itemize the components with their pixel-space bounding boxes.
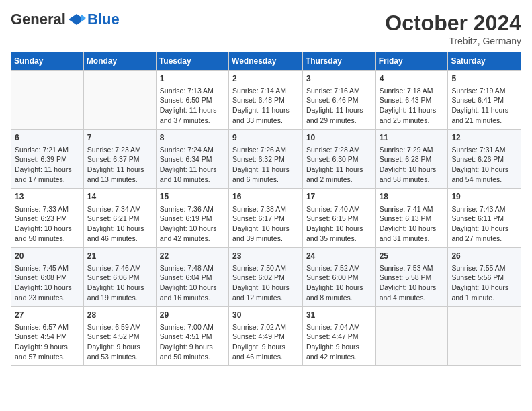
day-number: 29: [160, 310, 225, 321]
logo-icon: [67, 13, 86, 26]
day-info: Sunrise: 7:55 AM Sunset: 5:56 PM Dayligh…: [451, 263, 517, 303]
day-info: Sunrise: 7:40 AM Sunset: 6:15 PM Dayligh…: [306, 204, 372, 244]
day-info: Sunrise: 7:02 AM Sunset: 4:49 PM Dayligh…: [232, 322, 299, 362]
day-info: Sunrise: 7:53 AM Sunset: 5:58 PM Dayligh…: [380, 263, 445, 303]
day-info: Sunrise: 7:50 AM Sunset: 6:02 PM Dayligh…: [232, 263, 299, 303]
day-number: 22: [160, 250, 225, 262]
day-info: Sunrise: 6:57 AM Sunset: 4:54 PM Dayligh…: [15, 322, 80, 362]
day-of-week-header: Wednesday: [229, 52, 303, 71]
day-number: 30: [232, 310, 299, 321]
day-info: Sunrise: 7:43 AM Sunset: 6:11 PM Dayligh…: [451, 204, 517, 244]
day-of-week-header: Tuesday: [156, 52, 228, 71]
day-number: 3: [306, 73, 372, 85]
day-info: Sunrise: 7:31 AM Sunset: 6:26 PM Dayligh…: [451, 145, 517, 185]
day-number: 20: [15, 250, 80, 262]
month-title: October 2024: [385, 11, 521, 36]
calendar-cell: 4Sunrise: 7:18 AM Sunset: 6:43 PM Daylig…: [375, 71, 448, 130]
day-number: 15: [160, 191, 225, 203]
calendar-week-row: 27Sunrise: 6:57 AM Sunset: 4:54 PM Dayli…: [11, 307, 521, 366]
calendar-cell: 22Sunrise: 7:48 AM Sunset: 6:04 PM Dayli…: [156, 248, 228, 307]
calendar-cell: 8Sunrise: 7:24 AM Sunset: 6:34 PM Daylig…: [156, 130, 228, 189]
location-text: Trebitz, Germany: [385, 36, 521, 46]
calendar-cell: 23Sunrise: 7:50 AM Sunset: 6:02 PM Dayli…: [229, 248, 303, 307]
calendar-cell: 9Sunrise: 7:26 AM Sunset: 6:32 PM Daylig…: [229, 130, 303, 189]
calendar-cell: 15Sunrise: 7:36 AM Sunset: 6:19 PM Dayli…: [156, 189, 228, 248]
calendar-cell: 29Sunrise: 7:00 AM Sunset: 4:51 PM Dayli…: [156, 307, 228, 366]
day-number: 16: [232, 191, 299, 203]
day-info: Sunrise: 7:34 AM Sunset: 6:21 PM Dayligh…: [87, 204, 152, 244]
day-number: 12: [451, 132, 517, 144]
day-number: 9: [232, 132, 299, 144]
calendar-cell: 17Sunrise: 7:40 AM Sunset: 6:15 PM Dayli…: [302, 189, 375, 248]
day-info: Sunrise: 7:36 AM Sunset: 6:19 PM Dayligh…: [160, 204, 225, 244]
day-number: 28: [87, 310, 152, 321]
day-number: 1: [160, 73, 225, 85]
logo-general-text: General: [11, 11, 66, 28]
calendar-cell: 7Sunrise: 7:23 AM Sunset: 6:37 PM Daylig…: [83, 130, 156, 189]
day-info: Sunrise: 7:41 AM Sunset: 6:13 PM Dayligh…: [380, 204, 445, 244]
calendar-cell: 26Sunrise: 7:55 AM Sunset: 5:56 PM Dayli…: [448, 248, 521, 307]
day-info: Sunrise: 7:19 AM Sunset: 6:41 PM Dayligh…: [451, 86, 517, 126]
day-info: Sunrise: 7:38 AM Sunset: 6:17 PM Dayligh…: [232, 204, 299, 244]
logo-blue-text: Blue: [87, 11, 120, 28]
day-number: 17: [306, 191, 372, 203]
day-info: Sunrise: 7:14 AM Sunset: 6:48 PM Dayligh…: [232, 86, 299, 126]
day-of-week-header: Monday: [83, 52, 156, 71]
calendar-cell: 5Sunrise: 7:19 AM Sunset: 6:41 PM Daylig…: [448, 71, 521, 130]
day-number: 27: [15, 310, 80, 321]
day-number: 8: [160, 132, 225, 144]
day-number: 23: [232, 250, 299, 262]
day-of-week-header: Sunday: [11, 52, 84, 71]
calendar-cell: 13Sunrise: 7:33 AM Sunset: 6:23 PM Dayli…: [11, 189, 84, 248]
calendar-cell: 12Sunrise: 7:31 AM Sunset: 6:26 PM Dayli…: [448, 130, 521, 189]
calendar-week-row: 1Sunrise: 7:13 AM Sunset: 6:50 PM Daylig…: [11, 71, 521, 130]
day-number: 14: [87, 191, 152, 203]
calendar-cell: 30Sunrise: 7:02 AM Sunset: 4:49 PM Dayli…: [229, 307, 303, 366]
day-number: 10: [306, 132, 372, 144]
day-info: Sunrise: 7:16 AM Sunset: 6:46 PM Dayligh…: [306, 86, 372, 126]
day-number: 19: [451, 191, 517, 203]
day-info: Sunrise: 7:18 AM Sunset: 6:43 PM Dayligh…: [380, 86, 445, 126]
calendar-cell: 19Sunrise: 7:43 AM Sunset: 6:11 PM Dayli…: [448, 189, 521, 248]
day-info: Sunrise: 7:23 AM Sunset: 6:37 PM Dayligh…: [87, 145, 152, 185]
calendar-cell: 28Sunrise: 6:59 AM Sunset: 4:52 PM Dayli…: [83, 307, 156, 366]
calendar-cell: [448, 307, 521, 366]
calendar-cell: [83, 71, 156, 130]
calendar-cell: 11Sunrise: 7:29 AM Sunset: 6:28 PM Dayli…: [375, 130, 448, 189]
calendar-week-row: 20Sunrise: 7:45 AM Sunset: 6:08 PM Dayli…: [11, 248, 521, 307]
day-info: Sunrise: 7:26 AM Sunset: 6:32 PM Dayligh…: [232, 145, 299, 185]
page-header: General Blue October 2024 Trebitz, Germa…: [11, 11, 521, 46]
day-number: 13: [15, 191, 80, 203]
day-info: Sunrise: 7:45 AM Sunset: 6:08 PM Dayligh…: [15, 263, 80, 303]
day-info: Sunrise: 7:13 AM Sunset: 6:50 PM Dayligh…: [160, 86, 225, 126]
calendar-cell: 24Sunrise: 7:52 AM Sunset: 6:00 PM Dayli…: [302, 248, 375, 307]
day-info: Sunrise: 7:04 AM Sunset: 4:47 PM Dayligh…: [306, 322, 372, 362]
calendar-cell: 27Sunrise: 6:57 AM Sunset: 4:54 PM Dayli…: [11, 307, 84, 366]
day-info: Sunrise: 7:00 AM Sunset: 4:51 PM Dayligh…: [160, 322, 225, 362]
day-number: 25: [380, 250, 445, 262]
calendar-week-row: 6Sunrise: 7:21 AM Sunset: 6:39 PM Daylig…: [11, 130, 521, 189]
day-number: 5: [451, 73, 517, 85]
calendar-cell: 14Sunrise: 7:34 AM Sunset: 6:21 PM Dayli…: [83, 189, 156, 248]
calendar-cell: 25Sunrise: 7:53 AM Sunset: 5:58 PM Dayli…: [375, 248, 448, 307]
calendar-cell: 1Sunrise: 7:13 AM Sunset: 6:50 PM Daylig…: [156, 71, 228, 130]
calendar-cell: 2Sunrise: 7:14 AM Sunset: 6:48 PM Daylig…: [229, 71, 303, 130]
title-block: October 2024 Trebitz, Germany: [385, 11, 521, 46]
calendar-cell: 6Sunrise: 7:21 AM Sunset: 6:39 PM Daylig…: [11, 130, 84, 189]
day-number: 6: [15, 132, 80, 144]
day-info: Sunrise: 7:48 AM Sunset: 6:04 PM Dayligh…: [160, 263, 225, 303]
calendar-cell: 31Sunrise: 7:04 AM Sunset: 4:47 PM Dayli…: [302, 307, 375, 366]
day-info: Sunrise: 7:33 AM Sunset: 6:23 PM Dayligh…: [15, 204, 80, 244]
calendar-cell: 21Sunrise: 7:46 AM Sunset: 6:06 PM Dayli…: [83, 248, 156, 307]
day-info: Sunrise: 7:52 AM Sunset: 6:00 PM Dayligh…: [306, 263, 372, 303]
day-number: 21: [87, 250, 152, 262]
day-info: Sunrise: 7:29 AM Sunset: 6:28 PM Dayligh…: [380, 145, 445, 185]
day-number: 4: [380, 73, 445, 85]
day-number: 26: [451, 250, 517, 262]
day-of-week-header: Saturday: [448, 52, 521, 71]
calendar-cell: [11, 71, 84, 130]
calendar-week-row: 13Sunrise: 7:33 AM Sunset: 6:23 PM Dayli…: [11, 189, 521, 248]
calendar-cell: 18Sunrise: 7:41 AM Sunset: 6:13 PM Dayli…: [375, 189, 448, 248]
calendar-cell: 20Sunrise: 7:45 AM Sunset: 6:08 PM Dayli…: [11, 248, 84, 307]
svg-marker-1: [81, 14, 86, 22]
